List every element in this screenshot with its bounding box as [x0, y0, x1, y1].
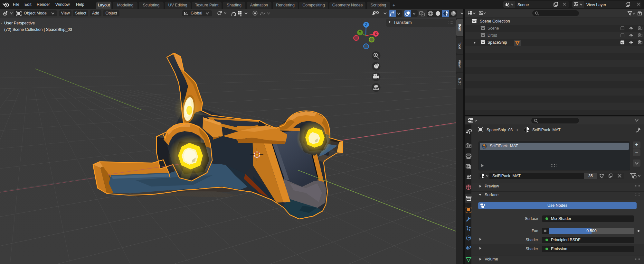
- svg-text:X: X: [375, 32, 377, 36]
- svg-text:Z: Z: [365, 23, 367, 27]
- svg-text:Y: Y: [359, 31, 361, 34]
